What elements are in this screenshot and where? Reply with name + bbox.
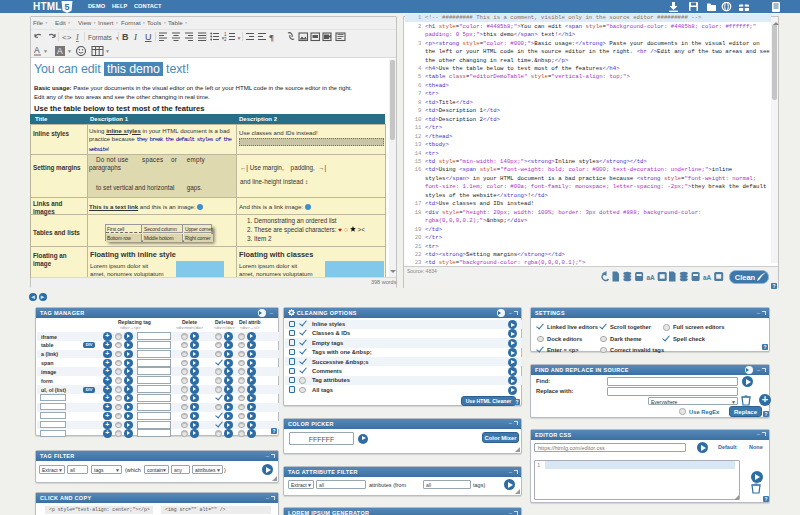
svg-text:▼: ▼ bbox=[105, 48, 110, 54]
svg-text:A: A bbox=[34, 45, 40, 55]
svg-text:▼: ▼ bbox=[43, 48, 48, 54]
svg-text:I: I bbox=[133, 32, 138, 42]
svg-text:Formats: Formats bbox=[88, 34, 113, 41]
svg-text:▼: ▼ bbox=[67, 48, 72, 54]
svg-text:I: I bbox=[75, 33, 79, 42]
svg-text:5: 5 bbox=[64, 2, 69, 12]
svg-text:▼: ▼ bbox=[237, 35, 242, 41]
svg-text:¶: ¶ bbox=[269, 33, 274, 43]
svg-text:B: B bbox=[122, 32, 129, 42]
svg-text:A: A bbox=[57, 46, 63, 56]
svg-text:aA: aA bbox=[646, 273, 655, 280]
svg-text:U: U bbox=[145, 32, 152, 42]
svg-text:<>: <> bbox=[62, 33, 72, 42]
svg-text:▼: ▼ bbox=[221, 35, 226, 41]
svg-text:aA: aA bbox=[703, 273, 712, 280]
